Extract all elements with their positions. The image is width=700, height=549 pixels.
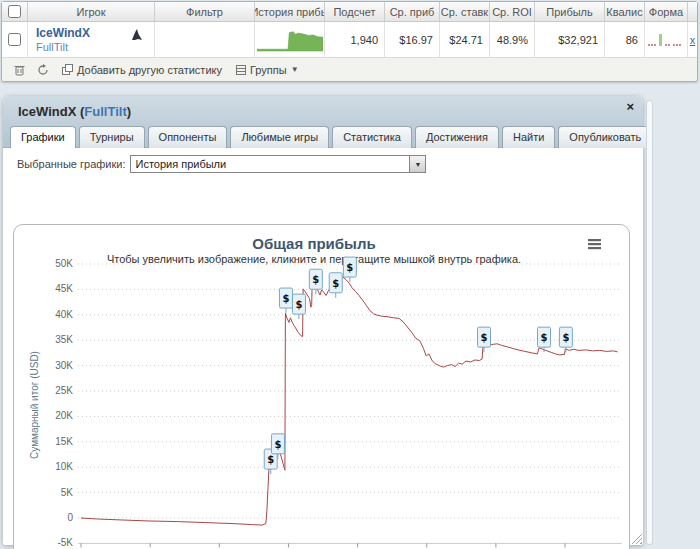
y-tick-label: 35K <box>55 334 73 345</box>
flag-label: $ <box>481 332 488 343</box>
select-all-checkbox[interactable] <box>8 5 21 18</box>
significant-win-flag[interactable]: $ <box>559 327 572 352</box>
significant-win-flag[interactable]: $ <box>309 269 322 294</box>
chevron-down-icon: ▼ <box>291 65 299 74</box>
profit-chart-container[interactable]: 50K45K40K35K30K25K20K15K10K5K0-5K0250500… <box>13 224 630 549</box>
form-bar <box>668 44 670 46</box>
menu-bar <box>588 239 601 241</box>
stats-widget: Игрок Фильтр История прибы Подсчет Ср. п… <box>1 1 698 82</box>
groups-label: Группы <box>250 64 287 76</box>
form-win-bar <box>659 34 662 46</box>
form-sparkline-cell <box>645 22 688 57</box>
chart-title: Общая прибыль <box>252 235 375 252</box>
groups-button[interactable]: Группы ▼ <box>232 62 303 78</box>
groups-icon <box>236 65 246 75</box>
shark-fin-icon <box>130 28 144 42</box>
remove-row-link[interactable]: x <box>690 34 696 46</box>
select-dropdown-button[interactable]: ▼ <box>409 156 425 172</box>
col-actions <box>688 2 697 21</box>
tab-achievements[interactable]: Достижения <box>415 126 499 148</box>
significant-win-flag[interactable]: $ <box>279 288 292 313</box>
form-bar <box>665 44 667 46</box>
close-icon[interactable]: × <box>626 99 634 114</box>
col-profit[interactable]: Прибыль <box>535 2 605 21</box>
form-bar <box>679 44 681 46</box>
actions-cell: x <box>688 22 697 57</box>
col-avg-stake[interactable]: Ср. ставк <box>440 2 490 21</box>
add-statistic-label: Добавить другую статистику <box>77 64 222 76</box>
flag-label: $ <box>562 332 569 343</box>
y-tick-label: 30K <box>55 360 73 371</box>
chart-menu-icon[interactable] <box>588 239 601 249</box>
col-player[interactable]: Игрок <box>28 2 155 21</box>
dialog-content: Выбранные графики: История прибыли ▼ 50K… <box>3 148 643 545</box>
significant-win-flag[interactable]: $ <box>329 273 342 298</box>
copy-icon <box>62 64 73 75</box>
player-site[interactable]: FullTilt <box>36 41 68 53</box>
y-tick-label: 5K <box>61 487 74 498</box>
form-bar <box>654 44 656 46</box>
flag-label: $ <box>332 278 339 289</box>
player-cell[interactable]: IceWindX FullTilt <box>28 22 155 57</box>
form-bar <box>651 44 653 46</box>
significant-win-flag[interactable]: $ <box>343 257 356 282</box>
tab-bar: Графики Турниры Оппоненты Любимые игры С… <box>10 126 652 148</box>
trash-icon[interactable] <box>10 61 28 79</box>
table-row: IceWindX FullTilt 1,940 $16.97 $24.71 48… <box>2 22 697 57</box>
flag-label: $ <box>346 262 353 273</box>
significant-win-flag[interactable]: $ <box>292 294 305 319</box>
tab-favorite-games[interactable]: Любимые игры <box>230 126 329 148</box>
y-tick-label: -5K <box>57 537 73 548</box>
form-sparkline <box>647 30 685 50</box>
col-count[interactable]: Подсчет <box>325 2 385 21</box>
profit-cell: $32,921 <box>535 22 605 57</box>
chart-type-select-value: История прибыли <box>131 158 226 170</box>
form-bar <box>673 44 675 46</box>
count-cell: 1,940 <box>325 22 385 57</box>
y-tick-label: 20K <box>55 410 73 421</box>
profit-line-series <box>81 277 618 525</box>
header-checkbox-cell <box>2 2 28 21</box>
filter-cell[interactable] <box>155 22 255 57</box>
menu-bar <box>588 247 601 249</box>
y-tick-label: 0 <box>67 512 73 523</box>
tab-tournaments[interactable]: Турниры <box>79 126 145 148</box>
avg-profit-cell: $16.97 <box>385 22 440 57</box>
tab-charts[interactable]: Графики <box>10 126 76 148</box>
refresh-icon[interactable] <box>34 61 52 79</box>
chart-subtitle: Чтобы увеличить изображение, кликните и … <box>107 253 521 265</box>
flag-label: $ <box>267 454 274 465</box>
profit-chart[interactable]: 50K45K40K35K30K25K20K15K10K5K0-5K0250500… <box>14 225 629 549</box>
tab-find[interactable]: Найти <box>502 126 555 148</box>
col-qualif[interactable]: Квалис <box>605 2 645 21</box>
col-profit-history[interactable]: История прибы <box>255 2 325 21</box>
chart-type-select[interactable]: История прибыли ▼ <box>130 155 426 173</box>
tab-publish[interactable]: Опубликовать <box>558 126 652 148</box>
col-avg-profit[interactable]: Ср. приб <box>385 2 440 21</box>
selected-charts-label: Выбранные графики: <box>17 158 125 170</box>
form-bar <box>676 44 678 46</box>
profit-history-sparkline-cell[interactable] <box>255 22 325 57</box>
tab-opponents[interactable]: Оппоненты <box>148 126 228 148</box>
flag-label: $ <box>541 332 548 343</box>
col-avg-roi[interactable]: Ср. ROI <box>490 2 535 21</box>
tab-statistics[interactable]: Статистика <box>332 126 412 148</box>
form-bar <box>648 44 650 46</box>
player-name[interactable]: IceWindX <box>36 26 90 40</box>
scrollbar[interactable] <box>646 100 653 545</box>
y-tick-label: 50K <box>55 258 73 269</box>
player-dialog: IceWindX (FullTilt) × Графики Турниры Оп… <box>3 96 643 545</box>
add-statistic-button[interactable]: Добавить другую статистику <box>58 62 226 78</box>
row-checkbox[interactable] <box>8 33 21 46</box>
significant-win-flag[interactable]: $ <box>478 327 491 352</box>
col-form[interactable]: Форма <box>645 2 688 21</box>
avg-stake-cell: $24.71 <box>440 22 490 57</box>
resize-handle[interactable] <box>631 533 642 544</box>
dialog-title-site: FullTilt <box>84 104 126 119</box>
col-filter[interactable]: Фильтр <box>155 2 255 21</box>
flag-label: $ <box>295 299 302 310</box>
dialog-title: IceWindX (FullTilt) <box>18 104 131 119</box>
menu-bar <box>588 243 601 245</box>
y-tick-label: 25K <box>55 385 73 396</box>
dialog-header[interactable]: IceWindX (FullTilt) × Графики Турниры Оп… <box>3 96 643 148</box>
